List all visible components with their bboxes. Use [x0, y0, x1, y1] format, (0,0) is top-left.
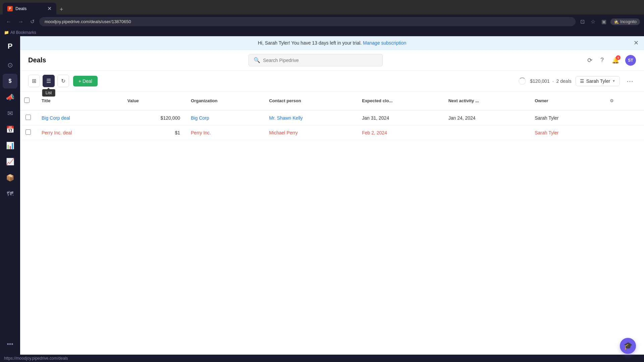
- list-icon: ☰: [46, 78, 51, 84]
- leads-icon: 📣: [6, 93, 14, 101]
- owner-filter-dropdown[interactable]: ☰ Sarah Tyler ▼: [576, 76, 620, 86]
- sidebar-item-map[interactable]: 🗺: [3, 186, 17, 201]
- address-bar[interactable]: [39, 17, 576, 26]
- col-settings-header[interactable]: ⚙: [602, 92, 644, 110]
- header-actions: ⟳ ? 🔔 9 ST: [585, 55, 636, 66]
- deal-next-activity-cell: [443, 125, 529, 140]
- col-header-value[interactable]: Value: [122, 92, 185, 110]
- col-header-owner[interactable]: Owner: [529, 92, 602, 110]
- add-deal-button[interactable]: + Deal: [73, 76, 98, 86]
- sidebar-item-mail[interactable]: ✉: [3, 106, 17, 121]
- row-checkbox-cell[interactable]: [20, 125, 36, 140]
- sidebar-item-products[interactable]: 📦: [3, 170, 17, 185]
- bookmark-button[interactable]: ☆: [589, 17, 597, 26]
- sidebar-item-reports[interactable]: 📊: [3, 138, 17, 153]
- trial-banner: Hi, Sarah Tyler! You have 13 days left i…: [20, 36, 644, 50]
- deals-summary: $120,001 · 2 deals: [530, 78, 571, 84]
- app-logo: P: [4, 40, 16, 52]
- deal-value-cell: $1: [122, 125, 185, 140]
- deal-org-cell: Big Corp: [185, 110, 264, 125]
- bookmarks-bar-item[interactable]: 📁 All Bookmarks: [4, 30, 36, 35]
- insights-icon: 📈: [6, 158, 14, 166]
- sync-button[interactable]: ⟳: [585, 55, 594, 66]
- deal-value-cell: $120,000: [122, 110, 185, 125]
- list-view-button[interactable]: ☰: [43, 75, 55, 87]
- help-button[interactable]: ?: [598, 55, 606, 66]
- kanban-view-button[interactable]: ⊞: [28, 75, 40, 87]
- tab-favicon: P: [7, 6, 13, 11]
- chat-fab-button[interactable]: 🎓: [620, 338, 636, 354]
- filter-icon: ☰: [580, 78, 584, 84]
- notification-button[interactable]: 🔔 9: [610, 55, 621, 66]
- deal-title-link[interactable]: Perry Inc. deal: [42, 130, 72, 135]
- map-icon: 🗺: [7, 190, 13, 198]
- new-tab-button[interactable]: +: [57, 5, 66, 14]
- column-settings-button[interactable]: ⚙: [607, 96, 616, 106]
- list-view-wrapper: ☰ List: [43, 75, 55, 87]
- manage-subscription-link[interactable]: Manage subscription: [363, 40, 406, 46]
- deals-count: 2 deals: [556, 78, 572, 84]
- page-header: Deals 🔍 ⟳ ? 🔔 9 ST: [20, 50, 644, 71]
- active-tab[interactable]: P Deals ✕: [3, 3, 56, 14]
- tab-close-button[interactable]: ✕: [47, 5, 52, 12]
- toolbar: ⊞ ☰ List ↻ + Deal $120,001 · 2 deals: [20, 71, 644, 92]
- forward-button[interactable]: →: [16, 17, 25, 26]
- organization-link[interactable]: Perry Inc.: [191, 130, 211, 135]
- activity-icon: ⊙: [7, 61, 13, 69]
- deal-actions-cell: [602, 110, 644, 125]
- toolbar-right: $120,001 · 2 deals ☰ Sarah Tyler ▼ ⋯: [519, 76, 636, 86]
- split-view-button[interactable]: ▣: [599, 17, 608, 26]
- sidebar-item-leads[interactable]: 📣: [3, 90, 17, 105]
- deal-contact-cell: Michael Perry: [264, 125, 357, 140]
- incognito-badge: 🕵 Incognito: [610, 18, 640, 25]
- chevron-down-icon: ▼: [612, 79, 615, 83]
- back-button[interactable]: ←: [4, 17, 13, 26]
- select-all-checkbox-header[interactable]: [20, 92, 36, 110]
- trial-message: Hi, Sarah Tyler! You have 13 days left i…: [258, 40, 362, 46]
- col-header-next-activity[interactable]: Next activity ...: [443, 92, 529, 110]
- page-title: Deals: [28, 56, 46, 64]
- list-tooltip: List: [42, 89, 55, 97]
- contact-link[interactable]: Michael Perry: [269, 130, 298, 135]
- trial-close-button[interactable]: ✕: [634, 39, 639, 47]
- sidebar-item-activity[interactable]: ⊙: [3, 58, 17, 72]
- deals-table-container: Title Value Organization Contact person …: [20, 92, 644, 355]
- deal-title-cell: Perry Inc. deal: [36, 125, 122, 140]
- row-checkbox[interactable]: [25, 129, 31, 135]
- col-header-contact[interactable]: Contact person: [264, 92, 357, 110]
- sidebar-item-activities[interactable]: 📅: [3, 122, 17, 137]
- deal-title-link[interactable]: Big Corp deal: [42, 115, 70, 121]
- sidebar-more-button[interactable]: •••: [4, 338, 16, 351]
- row-checkbox[interactable]: [25, 115, 31, 120]
- table-row: Perry Inc. deal $1 Perry Inc. Michael Pe…: [20, 125, 644, 140]
- search-input[interactable]: [263, 58, 378, 63]
- deal-org-cell: Perry Inc.: [185, 125, 264, 140]
- deal-actions-cell: [602, 125, 644, 140]
- row-checkbox-cell[interactable]: [20, 110, 36, 125]
- avatar[interactable]: ST: [625, 55, 636, 66]
- col-header-close-date[interactable]: Expected clo...: [357, 92, 443, 110]
- forecast-icon: ↻: [61, 78, 65, 84]
- deal-owner-cell: Sarah Tyler: [529, 125, 602, 140]
- organization-link[interactable]: Big Corp: [191, 115, 209, 121]
- main-content: Hi, Sarah Tyler! You have 13 days left i…: [20, 36, 644, 355]
- forecast-view-button[interactable]: ↻: [57, 75, 69, 87]
- select-all-checkbox[interactable]: [24, 98, 30, 103]
- search-icon: 🔍: [254, 57, 260, 63]
- search-bar[interactable]: 🔍: [249, 54, 383, 66]
- reports-icon: 📊: [6, 141, 14, 149]
- reader-view-button[interactable]: ⊡: [578, 17, 587, 26]
- deal-close-date-cell: Feb 2, 2024: [357, 125, 443, 140]
- col-header-organization[interactable]: Organization: [185, 92, 264, 110]
- deals-icon: $: [9, 78, 12, 84]
- more-options-button[interactable]: ⋯: [624, 76, 636, 86]
- contact-link[interactable]: Mr. Shawn Kelly: [269, 115, 303, 121]
- owner-filter-label: Sarah Tyler: [586, 78, 610, 84]
- deal-next-activity-cell: Jan 24, 2024: [443, 110, 529, 125]
- deal-close-date-cell: Jan 31, 2024: [357, 110, 443, 125]
- reload-button[interactable]: ↺: [28, 17, 37, 26]
- sidebar-item-insights[interactable]: 📈: [3, 154, 17, 169]
- sidebar: P ⊙ $ 📣 ✉ 📅 📊 📈 📦 🗺 •••: [0, 36, 20, 355]
- products-icon: 📦: [6, 174, 14, 182]
- sidebar-item-deals[interactable]: $: [3, 74, 17, 88]
